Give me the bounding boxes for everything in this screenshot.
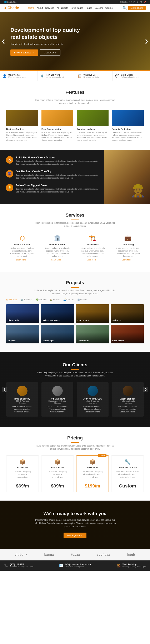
cta-quote-button[interactable]: Get a Quote → xyxy=(64,532,86,538)
pricing-plus-icon: 📦 xyxy=(79,459,106,465)
social-icons[interactable]: f t in g+ yt 📌 xyxy=(129,1,146,3)
quick-link-quote[interactable]: 💬 Get a Quote Nullam vulputate feni xyxy=(113,71,150,81)
filter-houses[interactable]: 🏠 Houses xyxy=(50,298,60,301)
client-role-1: Designer 2034 Group xyxy=(45,400,70,402)
pinterest-icon[interactable]: 📌 xyxy=(143,1,146,3)
basements-icon: 🏗️ xyxy=(79,235,106,242)
footer-email-address: info@constructionco.com xyxy=(65,563,91,566)
service-basements-desc: Integer sodales at sen iaculis dapibus, … xyxy=(79,247,106,257)
feature-card-updates: Real-time Updates Ut et amet consectetur… xyxy=(77,110,108,142)
consulting-icon: 💼 xyxy=(114,235,142,242)
footer-email-sub: Drop us a line anytime xyxy=(65,566,91,568)
pricing-basic-capacity: 10-19 instance capacity xyxy=(44,470,71,472)
pricing-heading: Pricing xyxy=(6,435,144,441)
filter-gardens[interactable]: 🌿 Gardens xyxy=(35,298,47,301)
nav-services[interactable]: Services xyxy=(45,7,54,9)
nav-pages[interactable]: Pages xyxy=(86,7,92,9)
pricing-eco-name: ECO PLAN xyxy=(9,466,36,469)
client-name-2: John Holland, CEO xyxy=(80,398,105,400)
project-item-5[interactable]: Nullam Eget xyxy=(41,325,74,344)
client-city-2: New York xyxy=(80,402,105,404)
client-name-3: Adam Brandon xyxy=(115,398,140,400)
quick-link-who[interactable]: 👤 Who We Are Mauris posuere ornai xyxy=(0,71,38,81)
nav-all-projects[interactable]: All Projects xyxy=(57,7,68,9)
quick-link-who-sub: Mauris posuere ornai xyxy=(8,76,26,78)
pricing-basic-free: 1500 mb free xyxy=(44,476,71,478)
pricing-grid: 📦 ECO PLAN 1-9 instance capacity 12 mont… xyxy=(6,456,144,492)
search-icon[interactable]: 🔍 xyxy=(122,6,127,10)
dream-item-view: 🌆 Get The Best View In The City Duis nec… xyxy=(6,170,98,180)
filter-all[interactable]: ⊞ All Cases xyxy=(6,298,17,301)
site-logo: ● Chade xyxy=(4,6,19,10)
footer-phone-hours: Monday - Friday, 8am - 7pm xyxy=(10,566,33,568)
service-basements-title: Basements xyxy=(79,243,106,246)
quick-link-quote-title: Get a Quote xyxy=(121,74,138,76)
pricing-plus-price: $199/m xyxy=(79,481,106,489)
googleplus-icon[interactable]: g+ xyxy=(136,1,139,3)
quick-links-bar: 👤 Who We Are Mauris posuere ornai ⚙️ How… xyxy=(0,70,150,81)
client-name-0: Brad Bukowsky xyxy=(10,398,35,400)
filter-buildings[interactable]: 🏢 Buildings xyxy=(21,298,32,301)
hours-icon: 🏗️ xyxy=(117,564,121,568)
client-avatar-1 xyxy=(52,386,63,396)
feature-title-docs: Easy Documentation xyxy=(42,128,73,130)
footer-hours: 🏗️ Work Building Monday - Friday, 8am - … xyxy=(117,563,146,568)
pricing-section: Pricing Nulla vehicula sapien nec ante s… xyxy=(0,427,150,500)
project-item-7[interactable]: Etiam Blandit xyxy=(111,325,144,344)
floors-learn-more[interactable]: Learn More → xyxy=(16,259,28,261)
quick-link-how-title: How We Work xyxy=(46,74,64,76)
client-card-2: John Holland, CEO Vitae Ornare apr New Y… xyxy=(77,382,108,416)
project-item-6[interactable]: Tortor Mauris xyxy=(76,325,109,344)
filter-offices[interactable]: 🏛️ Offices xyxy=(77,298,87,301)
hero-quote-button[interactable]: Get a Quote xyxy=(40,50,60,56)
pricing-plus-capacity: 100-200 instance capacity xyxy=(79,470,106,472)
quick-link-what[interactable]: 📋 What We Do Ut ornare est libris xyxy=(75,71,113,81)
project-item-3[interactable]: Sed Justo xyxy=(111,304,144,323)
rooms-learn-more[interactable]: Learn More → xyxy=(51,259,64,261)
dream-text-dream: Duis nec risus ut dolor ullamcorper male… xyxy=(16,188,98,193)
language-selector[interactable]: 🌐 Language xyxy=(4,1,17,3)
quick-link-how[interactable]: ⚙️ How We Work Lorem ipsum dolor sit xyxy=(38,71,75,81)
pricing-eco-capacity: 1-9 instance capacity xyxy=(9,470,36,472)
who-icon: 👤 xyxy=(3,74,7,78)
browse-services-button[interactable]: Browse Services → xyxy=(11,50,38,56)
clients-divider xyxy=(71,369,79,370)
what-icon: 📋 xyxy=(78,74,82,78)
filter-interiors[interactable]: 🛋️ Interiors xyxy=(63,298,74,301)
consulting-learn-more[interactable]: Learn More → xyxy=(122,259,134,261)
project-item-1[interactable]: Melissanem Annas xyxy=(41,304,74,323)
dream-item-house: 🏠 Build The House Of Your Dreams Duis ne… xyxy=(6,156,98,166)
nav-contact[interactable]: Contact xyxy=(105,7,113,9)
partner-intuit: intuit xyxy=(127,553,135,556)
social-follow: Follow us: f t in g+ yt 📌 xyxy=(119,1,146,3)
dream-icon-view: 🌆 xyxy=(6,170,13,178)
nav-quote-button[interactable]: Get a Quote xyxy=(128,6,146,10)
feature-card-business: Business Strategy Ut et amet consectetur… xyxy=(6,110,38,142)
nav-home[interactable]: Home xyxy=(28,6,34,9)
pricing-corp-capacity: Unlimited instance capacity xyxy=(114,470,141,472)
project-item-0[interactable]: Diane Lipsia xyxy=(6,304,39,323)
twitter-icon[interactable]: t xyxy=(131,1,132,3)
service-consulting-desc: Ut vitae arcu ipsum. Sapiente accusantiu… xyxy=(114,247,142,257)
email-icon: ✉️ xyxy=(59,564,63,568)
cta-text: Integer mollis, arcu ut laoreet vulputat… xyxy=(33,518,117,528)
footer-email: ✉️ info@constructionco.com Drop us a lin… xyxy=(59,563,91,568)
project-item-2[interactable]: Lyni Lectura xyxy=(76,304,109,323)
clients-next-arrow[interactable]: ❯ xyxy=(143,387,148,392)
hero-content: Development of top quality real estate o… xyxy=(11,26,83,56)
basements-learn-more[interactable]: Learn More → xyxy=(87,259,99,261)
clients-prev-arrow[interactable]: ❮ xyxy=(2,387,7,392)
footer: 📞 (800) 123-4548 Monday - Friday, 8am - … xyxy=(0,560,150,570)
hero-next-arrow[interactable]: ❯ xyxy=(145,39,148,44)
nav-careers[interactable]: Careers xyxy=(95,7,103,9)
hero-prev-arrow[interactable]: ❮ xyxy=(2,39,5,44)
linkedin-icon[interactable]: in xyxy=(133,1,135,3)
project-item-4[interactable]: Sit Amet xyxy=(6,325,39,344)
clients-section: ❮ Our Clients Sed id aliquet ligula, at … xyxy=(0,352,150,427)
hero-section: ❮ Development of top quality real estate… xyxy=(0,12,150,70)
youtube-icon[interactable]: yt xyxy=(140,1,142,3)
nav-news-pages[interactable]: News pages xyxy=(71,7,83,9)
nav-about[interactable]: About xyxy=(37,7,43,9)
dream-title-house: Build The House Of Your Dreams xyxy=(16,156,98,159)
facebook-icon[interactable]: f xyxy=(129,1,130,3)
